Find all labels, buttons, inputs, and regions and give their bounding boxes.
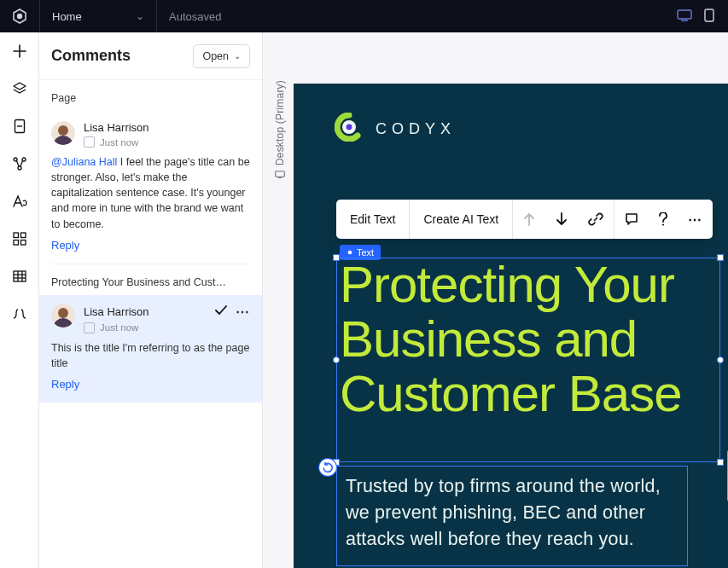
page-selector[interactable]: Home ⌄: [39, 0, 157, 32]
comment-item[interactable]: Lisa Harrison Just now @Juliana Hall I f…: [51, 113, 250, 264]
breakpoint-label[interactable]: Desktop (Primary): [273, 80, 287, 217]
autosave-status: Autosaved: [157, 10, 233, 23]
chevron-down-icon: ⌄: [136, 10, 144, 22]
desktop-icon: [275, 171, 285, 178]
thread-target-title[interactable]: Protecting Your Business and Cust…: [51, 264, 250, 295]
reply-button[interactable]: Reply: [51, 378, 250, 391]
link-icon[interactable]: [578, 200, 614, 239]
svg-rect-14: [14, 271, 26, 281]
reply-button[interactable]: Reply: [51, 239, 250, 252]
resolve-checkbox[interactable]: [84, 322, 95, 333]
svg-rect-27: [276, 171, 285, 177]
page-subhead[interactable]: Trusted by top firms around the world, w…: [346, 473, 678, 554]
brand-logo-icon: [335, 113, 364, 145]
element-toolbar: Edit Text Create AI Text: [336, 200, 713, 239]
help-icon[interactable]: [649, 200, 678, 239]
svg-rect-11: [20, 233, 26, 238]
svg-point-21: [58, 125, 68, 136]
svg-rect-28: [278, 177, 282, 178]
layers-icon[interactable]: [11, 80, 28, 97]
svg-point-7: [14, 158, 17, 161]
secondary-selection[interactable]: Trusted by top firms around the world, w…: [336, 466, 688, 566]
dot-icon: [347, 249, 353, 256]
resolve-checkbox[interactable]: [84, 136, 95, 148]
comment-body: @Juliana Hall I feel the page's title ca…: [51, 154, 250, 232]
resize-handle[interactable]: [333, 254, 340, 261]
svg-rect-4: [705, 9, 713, 21]
checkmark-icon[interactable]: [215, 304, 227, 319]
svg-point-31: [662, 223, 664, 225]
filter-open-button[interactable]: Open ⌄: [193, 44, 250, 68]
selection-box[interactable]: [336, 258, 720, 462]
svg-point-9: [18, 166, 21, 170]
tool-rail: [0, 32, 39, 568]
arrow-down-icon[interactable]: [545, 200, 578, 239]
grid-icon[interactable]: [11, 230, 28, 247]
avatar: [51, 121, 75, 145]
desktop-preview-icon[interactable]: [677, 9, 692, 24]
page-name: Home: [52, 10, 82, 23]
comment-body: This is the title I'm referring to as th…: [51, 340, 250, 371]
resize-handle[interactable]: [717, 356, 724, 363]
typography-icon[interactable]: [11, 193, 28, 210]
canvas[interactable]: Desktop (Primary) CODYX Edit Text: [263, 32, 728, 568]
connections-icon[interactable]: [11, 155, 28, 172]
mention[interactable]: @Juliana Hall: [51, 156, 117, 168]
edit-text-button[interactable]: Edit Text: [336, 200, 409, 239]
create-ai-text-button[interactable]: Create AI Text: [410, 200, 512, 239]
svg-rect-12: [14, 241, 19, 246]
comment-time: Just now: [100, 322, 138, 333]
svg-point-8: [22, 158, 26, 161]
panel-title: Comments: [51, 47, 131, 65]
comment-author: Lisa Harrison: [84, 121, 149, 134]
arrow-up-icon[interactable]: [513, 200, 545, 239]
master-page-icon[interactable]: [11, 118, 28, 135]
app-logo[interactable]: [0, 0, 39, 32]
svg-point-32: [348, 251, 352, 255]
more-icon[interactable]: ⋯: [236, 304, 250, 320]
svg-point-25: [58, 308, 68, 318]
brand-header: CODYX: [294, 84, 728, 165]
table-icon[interactable]: [11, 268, 28, 285]
resize-handle[interactable]: [717, 254, 724, 261]
topbar: Home ⌄ Autosaved: [0, 0, 728, 32]
resize-handle[interactable]: [717, 459, 724, 466]
section-label-page: Page: [51, 92, 250, 104]
panel-header: Comments Open ⌄: [39, 32, 262, 80]
comment-item-selected[interactable]: Lisa Harrison ⋯ Just now: [39, 295, 262, 403]
page-stage[interactable]: CODYX Edit Text Create AI Text: [294, 84, 728, 568]
code-icon[interactable]: [11, 305, 28, 322]
hexagon-icon: [12, 9, 27, 24]
svg-rect-10: [14, 233, 19, 238]
comment-time: Just now: [100, 137, 138, 148]
comment-author: Lisa Harrison: [84, 305, 149, 318]
avatar: [51, 304, 75, 327]
resize-handle[interactable]: [333, 356, 340, 363]
brand-name: CODYX: [376, 120, 456, 138]
svg-rect-2: [678, 10, 691, 19]
svg-point-1: [17, 14, 22, 19]
add-icon[interactable]: [11, 43, 28, 60]
comment-icon[interactable]: [614, 200, 649, 239]
revert-icon[interactable]: [319, 459, 336, 476]
svg-point-30: [347, 125, 352, 130]
filter-label: Open: [202, 50, 229, 62]
mobile-preview-icon[interactable]: [704, 9, 714, 25]
svg-rect-13: [20, 241, 26, 246]
more-icon[interactable]: ⋯: [678, 200, 713, 239]
comments-panel: Comments Open ⌄ Page Lisa Harrison: [39, 32, 263, 568]
svg-rect-3: [681, 20, 688, 20]
chevron-down-icon: ⌄: [234, 51, 241, 61]
